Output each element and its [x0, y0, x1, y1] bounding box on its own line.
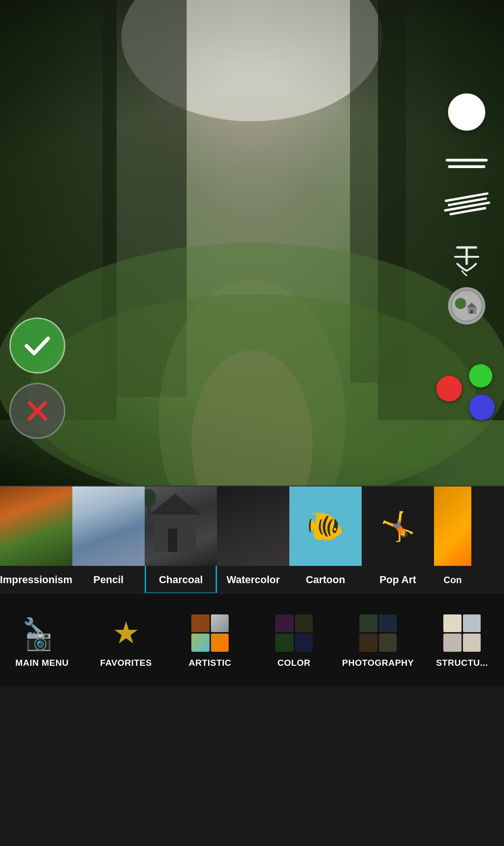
filter-label-popart: Pop Art [362, 566, 434, 593]
camera-icon: 📷 [26, 627, 52, 652]
svg-point-27 [145, 489, 156, 508]
nav-label-favorites: FAVORITES [100, 658, 152, 668]
bottom-nav: 🔧 📷 MAIN MENU ★ FAVORITES ARTISTIC [0, 593, 504, 686]
confirm-button[interactable] [9, 317, 65, 374]
nav-item-color[interactable]: COLOR [252, 593, 336, 686]
nav-item-photography[interactable]: PHOTOGRAPHY [336, 593, 420, 686]
nav-item-artistic[interactable]: ARTISTIC [168, 593, 252, 686]
scene-control[interactable] [448, 287, 485, 324]
color-palette [436, 357, 495, 420]
filter-label-con: Con [434, 566, 471, 593]
artistic-grid-icon [191, 614, 229, 652]
nav-item-structural[interactable]: STRUCTU... [420, 593, 504, 686]
con-thumb [434, 486, 471, 566]
color-red[interactable] [436, 376, 462, 402]
nav-label-structural: STRUCTU... [436, 658, 488, 668]
popart-thumb: 🤸 [362, 486, 434, 566]
filter-item-impressionism[interactable]: Impressionism [0, 486, 72, 593]
svg-rect-20 [470, 310, 473, 314]
filter-item-cartoon[interactable]: 🐠 Cartoon [289, 486, 362, 593]
svg-marker-24 [149, 494, 201, 515]
right-controls [443, 93, 490, 324]
structural-grid-icon [443, 614, 481, 652]
cartoon-thumb: 🐠 [289, 486, 362, 566]
nav-label-photography: PHOTOGRAPHY [342, 658, 414, 668]
watercolor-thumb [217, 486, 289, 566]
structural-icon [441, 612, 483, 654]
filter-label-charcoal: Charcoal [145, 566, 217, 593]
filter-label-impressionism: Impressionism [0, 566, 72, 593]
favorites-icon: ★ [105, 612, 147, 654]
silhouette-icon: 🤸 [380, 510, 415, 543]
filter-item-pencil[interactable]: Pencil [72, 486, 145, 593]
svg-rect-25 [168, 529, 177, 552]
nav-item-favorites[interactable]: ★ FAVORITES [84, 593, 168, 686]
line-control[interactable] [446, 159, 488, 168]
main-menu-icon: 🔧 📷 [21, 612, 63, 654]
color-grid-icon [275, 614, 313, 652]
filter-item-charcoal[interactable]: Charcoal [145, 486, 217, 593]
filter-label-watercolor: Watercolor [217, 566, 289, 593]
cancel-button[interactable] [9, 383, 65, 439]
nav-label-artistic: ARTISTIC [189, 658, 231, 668]
filter-label-cartoon: Cartoon [289, 566, 362, 593]
nav-label-color: COLOR [277, 658, 310, 668]
line-single-2 [448, 165, 485, 168]
filter-item-watercolor[interactable]: Watercolor [217, 486, 289, 593]
nature-controls [448, 240, 485, 324]
circle-control[interactable] [448, 93, 485, 131]
left-actions [9, 317, 65, 439]
nav-label-main-menu: MAIN MENU [15, 658, 69, 668]
brush-control[interactable] [448, 240, 485, 278]
fish-icon: 🐠 [307, 508, 344, 544]
charcoal-thumb [145, 486, 217, 566]
color-green[interactable] [469, 364, 492, 388]
stroke-style-control[interactable] [442, 192, 491, 217]
canvas-area [0, 0, 504, 486]
star-icon: ★ [112, 618, 140, 648]
photography-grid-icon [359, 614, 397, 652]
color-blue[interactable] [469, 395, 495, 420]
photography-icon [357, 612, 399, 654]
artistic-icon [189, 612, 231, 654]
forest-overlay [0, 0, 504, 486]
line-single [446, 159, 488, 162]
nav-item-main-menu[interactable]: 🔧 📷 MAIN MENU [0, 593, 84, 686]
filter-label-pencil: Pencil [72, 566, 145, 593]
color-icon [273, 612, 315, 654]
filter-item-popart[interactable]: 🤸 Pop Art [362, 486, 434, 593]
svg-point-17 [455, 298, 466, 309]
filter-item-con[interactable]: Con [434, 486, 471, 593]
filter-strip: Impressionism Pencil Charcoal [0, 486, 504, 593]
